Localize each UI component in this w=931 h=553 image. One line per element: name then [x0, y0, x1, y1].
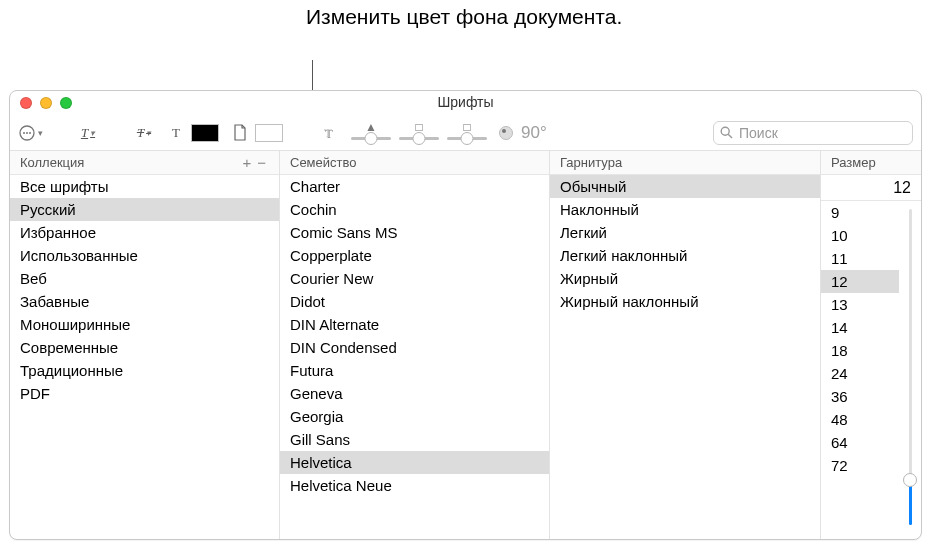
list-item[interactable]: Geneva [280, 382, 549, 405]
collection-header: Коллекция + − [10, 151, 279, 175]
list-item[interactable]: 11 [821, 247, 899, 270]
list-item[interactable]: Georgia [280, 405, 549, 428]
size-header: Размер [821, 151, 921, 175]
list-item[interactable]: Традиционные [10, 359, 279, 382]
typeface-header: Гарнитура [550, 151, 820, 175]
underline-button[interactable]: T▾ [77, 122, 99, 144]
svg-point-2 [26, 132, 28, 134]
shadow-opacity-slider[interactable]: ▲ [349, 122, 393, 144]
list-item[interactable]: 12 [821, 270, 899, 293]
remove-collection-button[interactable]: − [254, 154, 269, 171]
list-item[interactable]: Жирный [550, 267, 820, 290]
list-item[interactable]: Легкий [550, 221, 820, 244]
collection-column: Коллекция + − Все шрифтыРусскийИзбранное… [10, 151, 280, 539]
size-input[interactable]: 12 [821, 175, 921, 201]
family-list[interactable]: CharterCochinComic Sans MSCopperplateCou… [280, 175, 549, 539]
list-item[interactable]: Избранное [10, 221, 279, 244]
fonts-window: Шрифты ▾ T▾ T▾ T T [9, 90, 922, 540]
traffic-lights [20, 97, 72, 109]
svg-point-4 [721, 127, 729, 135]
toolbar: ▾ T▾ T▾ T T ▲ [10, 115, 921, 151]
chevron-down-icon: ▾ [90, 128, 95, 138]
list-item[interactable]: Comic Sans MS [280, 221, 549, 244]
list-item[interactable]: Все шрифты [10, 175, 279, 198]
family-header: Семейство [280, 151, 549, 175]
chevron-down-icon: ▾ [146, 128, 151, 138]
typeface-column: Гарнитура ОбычныйНаклонныйЛегкийЛегкий н… [550, 151, 821, 539]
callout-text: Изменить цвет фона документа. [306, 4, 622, 30]
titlebar: Шрифты [10, 91, 921, 115]
list-item[interactable]: Использованные [10, 244, 279, 267]
zoom-window-button[interactable] [60, 97, 72, 109]
minimize-window-button[interactable] [40, 97, 52, 109]
add-collection-button[interactable]: + [239, 154, 254, 171]
document-background-button[interactable] [229, 122, 251, 144]
list-item[interactable]: Gill Sans [280, 428, 549, 451]
size-slider[interactable] [902, 201, 918, 533]
list-item[interactable]: 64 [821, 431, 899, 454]
list-item[interactable]: PDF [10, 382, 279, 405]
list-item[interactable]: Легкий наклонный [550, 244, 820, 267]
list-item[interactable]: Моноширинные [10, 313, 279, 336]
shadow-angle-dial[interactable] [499, 126, 513, 140]
shadow-angle-value: 90° [521, 123, 547, 143]
search-field[interactable]: Поиск [713, 121, 913, 145]
list-item[interactable]: 13 [821, 293, 899, 316]
text-shadow-button[interactable]: T [317, 122, 339, 144]
size-list[interactable]: 91011121314182436486472 [821, 201, 899, 539]
list-item[interactable]: Helvetica [280, 451, 549, 474]
list-item[interactable]: Современные [10, 336, 279, 359]
list-item[interactable]: 36 [821, 385, 899, 408]
svg-point-1 [23, 132, 25, 134]
list-item[interactable]: 10 [821, 224, 899, 247]
family-column: Семейство CharterCochinComic Sans MSCopp… [280, 151, 550, 539]
text-color-swatch[interactable] [191, 124, 219, 142]
list-item[interactable]: 48 [821, 408, 899, 431]
svg-point-3 [29, 132, 31, 134]
list-item[interactable]: 24 [821, 362, 899, 385]
list-item[interactable]: Didot [280, 290, 549, 313]
list-item[interactable]: DIN Alternate [280, 313, 549, 336]
list-item[interactable]: Futura [280, 359, 549, 382]
shadow-offset-slider[interactable]: □ [445, 122, 489, 144]
size-column: Размер 12 91011121314182436486472 [821, 151, 921, 539]
list-item[interactable]: Веб [10, 267, 279, 290]
list-item[interactable]: Забавные [10, 290, 279, 313]
list-item[interactable]: 14 [821, 316, 899, 339]
text-color-button[interactable]: T [165, 122, 187, 144]
actions-menu-button[interactable]: ▾ [18, 122, 43, 144]
list-item[interactable]: 18 [821, 339, 899, 362]
list-item[interactable]: Жирный наклонный [550, 290, 820, 313]
search-icon [720, 126, 733, 139]
search-placeholder: Поиск [739, 125, 778, 141]
list-item[interactable]: 72 [821, 454, 899, 477]
list-item[interactable]: 9 [821, 201, 899, 224]
list-item[interactable]: Русский [10, 198, 279, 221]
list-item[interactable]: Наклонный [550, 198, 820, 221]
list-item[interactable]: Обычный [550, 175, 820, 198]
collection-list[interactable]: Все шрифтыРусскийИзбранноеИспользованные… [10, 175, 279, 539]
list-item[interactable]: Copperplate [280, 244, 549, 267]
strikethrough-button[interactable]: T▾ [133, 122, 155, 144]
document-background-swatch[interactable] [255, 124, 283, 142]
chevron-down-icon: ▾ [38, 128, 43, 138]
list-item[interactable]: Helvetica Neue [280, 474, 549, 497]
shadow-blur-slider[interactable]: □ [397, 122, 441, 144]
typeface-list[interactable]: ОбычныйНаклонныйЛегкийЛегкий наклонныйЖи… [550, 175, 820, 539]
font-columns: Коллекция + − Все шрифтыРусскийИзбранное… [10, 151, 921, 539]
close-window-button[interactable] [20, 97, 32, 109]
window-title: Шрифты [437, 94, 493, 110]
list-item[interactable]: Cochin [280, 198, 549, 221]
list-item[interactable]: DIN Condensed [280, 336, 549, 359]
list-item[interactable]: Charter [280, 175, 549, 198]
list-item[interactable]: Courier New [280, 267, 549, 290]
svg-line-5 [728, 134, 732, 138]
